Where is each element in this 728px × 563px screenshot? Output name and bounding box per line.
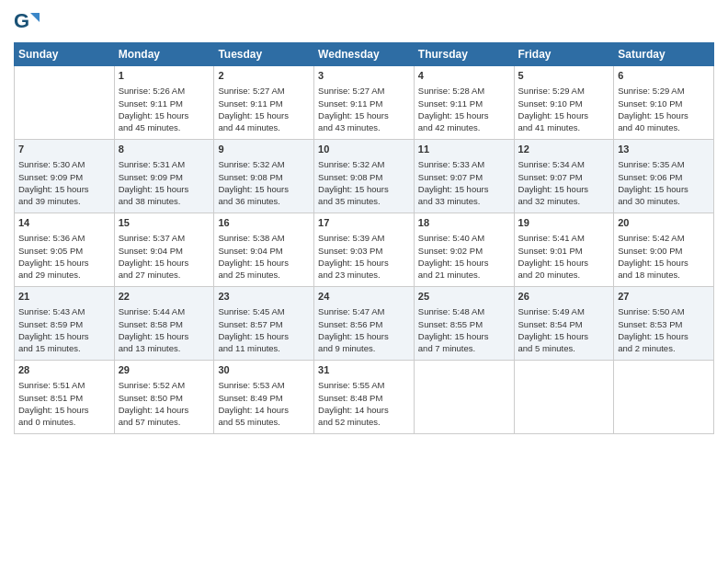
cell-content: and 55 minutes. [218, 416, 310, 428]
day-number: 9 [218, 143, 310, 156]
cell-content: and 35 minutes. [318, 195, 410, 207]
cell-content: and 13 minutes. [119, 342, 210, 354]
cell-content: and 29 minutes. [18, 269, 110, 281]
header-cell-friday: Friday [514, 43, 614, 66]
cell-content: Sunrise: 5:41 AM [518, 232, 610, 244]
day-number: 29 [119, 363, 210, 377]
calendar-cell [15, 66, 115, 140]
cell-content: and 23 minutes. [318, 269, 410, 281]
calendar-cell: 3Sunrise: 5:27 AMSunset: 9:11 PMDaylight… [314, 66, 415, 140]
cell-content: Sunrise: 5:31 AM [119, 158, 210, 170]
cell-content: Sunrise: 5:37 AM [119, 232, 210, 244]
day-number: 14 [18, 216, 110, 230]
main-container: G SundayMondayTuesdayWednesdayThursdayFr… [0, 0, 728, 563]
cell-content: and 33 minutes. [418, 195, 510, 207]
cell-content: Sunrise: 5:50 AM [618, 305, 710, 317]
calendar-cell: 1Sunrise: 5:26 AMSunset: 9:11 PMDaylight… [114, 66, 214, 140]
day-number: 8 [119, 143, 210, 156]
cell-content: and 11 minutes. [218, 342, 310, 354]
cell-content: Daylight: 15 hours [119, 109, 210, 121]
cell-content: and 42 minutes. [418, 121, 510, 133]
cell-content: Sunset: 9:10 PM [618, 98, 710, 109]
cell-content: Daylight: 15 hours [518, 257, 610, 269]
cell-content: Sunset: 9:06 PM [618, 171, 710, 183]
cell-content: Sunrise: 5:55 AM [318, 379, 410, 391]
week-row-4: 21Sunrise: 5:43 AMSunset: 8:59 PMDayligh… [15, 287, 714, 361]
cell-content: Sunrise: 5:28 AM [418, 85, 510, 97]
cell-content: and 38 minutes. [119, 195, 210, 207]
week-row-3: 14Sunrise: 5:36 AMSunset: 9:05 PMDayligh… [15, 213, 714, 287]
cell-content: Daylight: 15 hours [618, 183, 710, 195]
calendar-cell: 14Sunrise: 5:36 AMSunset: 9:05 PMDayligh… [15, 213, 115, 287]
cell-content: Sunrise: 5:29 AM [518, 85, 610, 97]
cell-content: and 2 minutes. [618, 342, 710, 354]
day-number: 23 [218, 290, 310, 304]
cell-content: Daylight: 15 hours [18, 257, 110, 269]
cell-content: Sunset: 9:00 PM [618, 245, 710, 257]
cell-content: Daylight: 15 hours [218, 109, 310, 121]
cell-content: Sunset: 9:04 PM [119, 245, 210, 257]
cell-content: and 20 minutes. [518, 269, 610, 281]
header-cell-thursday: Thursday [414, 43, 514, 66]
day-number: 30 [218, 363, 310, 377]
cell-content: Sunrise: 5:32 AM [318, 158, 410, 170]
cell-content: Sunrise: 5:48 AM [418, 305, 510, 317]
cell-content: and 9 minutes. [318, 342, 410, 354]
cell-content: Sunset: 9:08 PM [218, 171, 310, 183]
day-number: 4 [418, 69, 510, 83]
cell-content: Sunset: 8:57 PM [218, 318, 310, 330]
week-row-1: 1Sunrise: 5:26 AMSunset: 9:11 PMDaylight… [15, 66, 714, 140]
cell-content: Sunrise: 5:49 AM [518, 305, 610, 317]
cell-content: Sunset: 9:04 PM [218, 245, 310, 257]
day-number: 28 [18, 363, 110, 377]
day-number: 15 [119, 216, 210, 230]
cell-content: Sunset: 9:01 PM [518, 245, 610, 257]
calendar-cell: 15Sunrise: 5:37 AMSunset: 9:04 PMDayligh… [114, 213, 214, 287]
day-number: 5 [518, 69, 610, 83]
cell-content: Daylight: 15 hours [318, 257, 410, 269]
header-cell-sunday: Sunday [15, 43, 115, 66]
cell-content: Sunrise: 5:44 AM [119, 305, 210, 317]
cell-content: Daylight: 14 hours [218, 404, 310, 416]
cell-content: Sunrise: 5:26 AM [119, 85, 210, 97]
cell-content: Sunrise: 5:52 AM [119, 379, 210, 391]
calendar-cell: 25Sunrise: 5:48 AMSunset: 8:55 PMDayligh… [414, 287, 514, 361]
cell-content: Sunset: 9:11 PM [318, 98, 410, 109]
day-number: 12 [518, 143, 610, 156]
cell-content: and 52 minutes. [318, 416, 410, 428]
cell-content: and 40 minutes. [618, 121, 710, 133]
day-number: 6 [618, 69, 710, 83]
day-number: 2 [218, 69, 310, 83]
cell-content: Sunset: 9:03 PM [318, 245, 410, 257]
svg-marker-1 [30, 13, 40, 22]
calendar-cell: 22Sunrise: 5:44 AMSunset: 8:58 PMDayligh… [114, 287, 214, 361]
calendar-cell: 27Sunrise: 5:50 AMSunset: 8:53 PMDayligh… [614, 287, 714, 361]
cell-content: Daylight: 14 hours [119, 404, 210, 416]
cell-content: and 57 minutes. [119, 416, 210, 428]
day-number: 10 [318, 143, 410, 156]
cell-content: Sunrise: 5:33 AM [418, 158, 510, 170]
cell-content: and 45 minutes. [119, 121, 210, 133]
day-number: 18 [418, 216, 510, 230]
cell-content: Sunrise: 5:36 AM [18, 232, 110, 244]
cell-content: Daylight: 15 hours [518, 183, 610, 195]
cell-content: Sunrise: 5:39 AM [318, 232, 410, 244]
cell-content: Sunset: 9:11 PM [418, 98, 510, 109]
day-number: 13 [618, 143, 710, 156]
cell-content: Sunset: 9:07 PM [418, 171, 510, 183]
cell-content: and 36 minutes. [218, 195, 310, 207]
header: G [14, 9, 714, 35]
calendar-cell: 5Sunrise: 5:29 AMSunset: 9:10 PMDaylight… [514, 66, 614, 140]
cell-content: Sunset: 8:54 PM [518, 318, 610, 330]
cell-content: Sunset: 9:05 PM [18, 245, 110, 257]
calendar-cell: 13Sunrise: 5:35 AMSunset: 9:06 PMDayligh… [614, 140, 714, 213]
cell-content: Sunset: 8:58 PM [119, 318, 210, 330]
calendar-cell: 19Sunrise: 5:41 AMSunset: 9:01 PMDayligh… [514, 213, 614, 287]
cell-content: Sunrise: 5:45 AM [218, 305, 310, 317]
cell-content: Sunrise: 5:27 AM [218, 85, 310, 97]
calendar-cell: 30Sunrise: 5:53 AMSunset: 8:49 PMDayligh… [214, 361, 314, 434]
cell-content: Sunset: 8:49 PM [218, 392, 310, 404]
header-row: SundayMondayTuesdayWednesdayThursdayFrid… [15, 43, 714, 66]
calendar-cell: 20Sunrise: 5:42 AMSunset: 9:00 PMDayligh… [614, 213, 714, 287]
day-number: 7 [18, 143, 110, 156]
